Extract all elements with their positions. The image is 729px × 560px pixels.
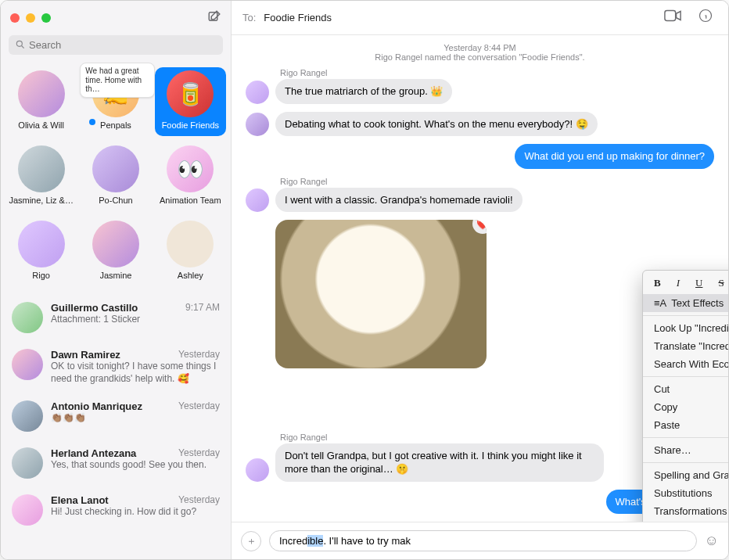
convo-snippet: 👏🏽👏🏽👏🏽 bbox=[51, 412, 220, 425]
pin-penpals[interactable]: We had a great time. Home with th… ✍️Pen… bbox=[80, 67, 151, 136]
main-pane: To: Foodie Friends Yesterday 8:44 PM Rig… bbox=[232, 1, 728, 559]
pin-label: Olivia & Will bbox=[18, 120, 64, 130]
message-bubble[interactable]: I went with a classic. Grandpa's homemad… bbox=[275, 188, 523, 213]
avatar bbox=[246, 188, 269, 212]
message-bubble[interactable]: Debating what to cook tonight. What's on… bbox=[275, 112, 598, 137]
pin-jasmine-liz[interactable]: Jasmine, Liz &… bbox=[5, 142, 77, 211]
menu-label: Look Up "Incredible. I'll have to try…" bbox=[654, 322, 728, 334]
unread-dot-icon bbox=[89, 119, 95, 125]
menu-label: Translate "Incredible. I'll have to try…… bbox=[654, 340, 728, 352]
menu-label: Substitutions bbox=[654, 487, 712, 499]
menu-share[interactable]: Share… bbox=[643, 441, 728, 459]
menu-speech[interactable]: Speech▶ bbox=[643, 520, 728, 522]
conversation-header: To: Foodie Friends bbox=[232, 1, 728, 35]
menu-transformations[interactable]: Transformations▶ bbox=[643, 502, 728, 520]
typed-text: Incred bbox=[279, 535, 307, 547]
search-field[interactable] bbox=[9, 35, 223, 55]
convo-snippet: OK to visit tonight? I have some things … bbox=[51, 361, 220, 385]
pin-animation-team[interactable]: 👀Animation Team bbox=[155, 142, 226, 211]
pin-jasmine[interactable]: Jasmine bbox=[80, 217, 151, 286]
compose-input[interactable]: Incredible. I'll have to try mak bbox=[269, 530, 697, 551]
convo-name: Herland Antezana bbox=[51, 447, 136, 459]
pin-olivia-will[interactable]: Olivia & Will bbox=[5, 67, 77, 136]
menu-label: Share… bbox=[654, 444, 691, 456]
svg-point-1 bbox=[16, 41, 22, 46]
typed-text-rest: . I'll have to try mak bbox=[323, 535, 411, 547]
conversation-list: Guillermo Castillo9:17 AMAttachment: 1 S… bbox=[1, 294, 231, 559]
menu-label: Paste bbox=[654, 419, 680, 431]
add-button[interactable]: ＋ bbox=[241, 531, 261, 551]
convo-name: Antonio Manriquez bbox=[51, 400, 142, 412]
menu-substitutions[interactable]: Substitutions▶ bbox=[643, 484, 728, 502]
menu-label: Text Effects bbox=[671, 297, 724, 309]
list-item[interactable]: Antonio ManriquezYesterday👏🏽👏🏽👏🏽 bbox=[1, 393, 231, 440]
close-button[interactable] bbox=[10, 13, 20, 23]
list-item[interactable]: Herland AntezanaYesterdayYes, that sound… bbox=[1, 440, 231, 486]
pin-foodie-friends[interactable]: 🥫Foodie Friends bbox=[155, 67, 226, 136]
info-icon[interactable] bbox=[694, 9, 717, 27]
menu-label: Search With Ecosia bbox=[654, 358, 728, 370]
pin-label: Penpals bbox=[100, 120, 131, 130]
menu-translate[interactable]: Translate "Incredible. I'll have to try…… bbox=[643, 337, 728, 355]
message-bubble[interactable]: Don't tell Grandpa, but I got creative w… bbox=[275, 443, 604, 482]
search-input[interactable] bbox=[9, 35, 223, 55]
pinned-grid: Olivia & Will We had a great time. Home … bbox=[1, 63, 231, 294]
menu-label: Transformations bbox=[654, 505, 727, 517]
pin-preview: We had a great time. Home with th… bbox=[80, 63, 154, 98]
pin-ashley[interactable]: Ashley bbox=[155, 217, 226, 286]
titlebar bbox=[1, 1, 231, 35]
message-bubble[interactable]: The true matriarch of the group. 👑 bbox=[275, 79, 452, 104]
pin-label: Ashley bbox=[178, 271, 203, 280]
to-label: To: bbox=[242, 12, 256, 23]
menu-label: Cut bbox=[654, 383, 670, 395]
strike-button[interactable]: S bbox=[718, 277, 724, 289]
search-icon bbox=[15, 39, 26, 52]
menu-text-effects[interactable]: ≡AText Effects▶ bbox=[643, 294, 728, 312]
menu-spelling[interactable]: Spelling and Grammar▶ bbox=[643, 466, 728, 484]
to-value[interactable]: Foodie Friends bbox=[264, 12, 332, 23]
svg-rect-2 bbox=[665, 11, 676, 21]
sidebar: Olivia & Will We had a great time. Home … bbox=[1, 1, 232, 559]
read-receipt: Read bbox=[246, 515, 711, 522]
underline-button[interactable]: U bbox=[695, 277, 702, 289]
italic-button[interactable]: I bbox=[677, 277, 680, 289]
facetime-icon[interactable] bbox=[659, 9, 686, 26]
context-menu-panel: B I U S ≡AText Effects▶ Look Up "Incredi… bbox=[642, 270, 728, 522]
convo-name: Elena Lanot bbox=[51, 494, 109, 506]
pin-label: Rigo bbox=[32, 271, 50, 280]
sender-label: Rigo Rangel bbox=[280, 177, 714, 186]
pin-po-chun[interactable]: Po-Chun bbox=[80, 142, 151, 211]
context-menu: B I U S ≡AText Effects▶ Look Up "Incredi… bbox=[642, 270, 728, 522]
menu-paste[interactable]: Paste bbox=[643, 416, 728, 434]
menu-search[interactable]: Search With Ecosia bbox=[643, 355, 728, 373]
timestamp-line: Yesterday 8:44 PM bbox=[246, 43, 714, 52]
compose-bar: ＋ Incredible. I'll have to try mak ☺ bbox=[232, 522, 728, 559]
pin-label: Po-Chun bbox=[99, 196, 132, 205]
list-item[interactable]: Dawn RamirezYesterdayOK to visit tonight… bbox=[1, 341, 231, 393]
menu-label: Copy bbox=[654, 401, 677, 413]
compose-new-icon[interactable] bbox=[207, 9, 221, 27]
message-bubble[interactable]: What did you end up making for dinner? bbox=[515, 144, 714, 169]
pin-label: Jasmine, Liz &… bbox=[9, 196, 74, 205]
menu-copy[interactable]: Copy bbox=[643, 398, 728, 416]
message-thread[interactable]: Yesterday 8:44 PM Rigo Rangel named the … bbox=[232, 35, 728, 522]
convo-name: Dawn Ramirez bbox=[51, 349, 120, 361]
list-item[interactable]: Elena LanotYesterdayHi! Just checking in… bbox=[1, 486, 231, 533]
convo-time: Yesterday bbox=[178, 400, 220, 412]
avatar bbox=[246, 113, 269, 136]
bold-button[interactable]: B bbox=[654, 277, 661, 289]
maximize-button[interactable] bbox=[41, 13, 51, 23]
emoji-picker-icon[interactable]: ☺ bbox=[705, 533, 719, 549]
menu-cut[interactable]: Cut bbox=[643, 380, 728, 398]
heart-reaction-icon[interactable]: ❤️ bbox=[472, 220, 487, 234]
menu-lookup[interactable]: Look Up "Incredible. I'll have to try…" bbox=[643, 319, 728, 337]
minimize-button[interactable] bbox=[26, 13, 35, 23]
convo-snippet: Attachment: 1 Sticker bbox=[51, 314, 220, 326]
convo-time: Yesterday bbox=[178, 447, 220, 459]
pin-rigo[interactable]: Rigo bbox=[5, 217, 77, 286]
convo-time: Yesterday bbox=[178, 349, 220, 361]
avatar bbox=[246, 81, 269, 104]
image-attachment[interactable]: ❤️ bbox=[275, 220, 487, 368]
convo-time: 9:17 AM bbox=[185, 302, 220, 314]
list-item[interactable]: Guillermo Castillo9:17 AMAttachment: 1 S… bbox=[1, 294, 231, 341]
